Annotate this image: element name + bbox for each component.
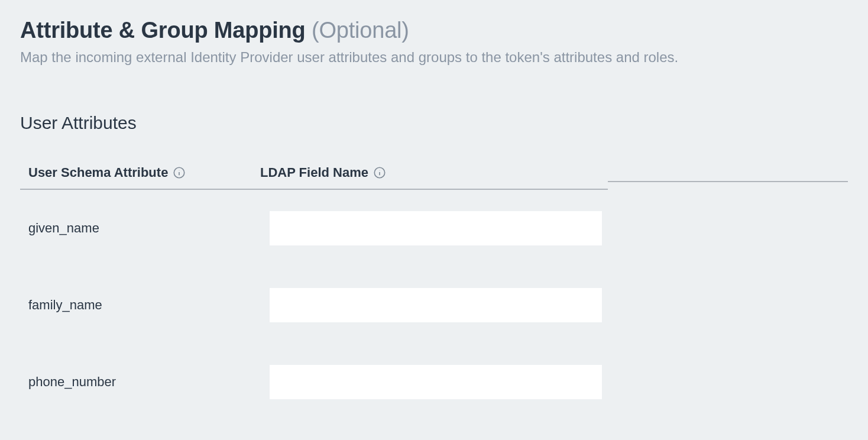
table-row: phone_number (20, 344, 848, 420)
user-attributes-table: User Schema Attribute LDAP Field Name (20, 160, 848, 420)
svg-point-5 (380, 170, 380, 171)
empty-cell (608, 190, 848, 267)
column-header-user-schema-attribute: User Schema Attribute (20, 160, 252, 190)
ldap-field-cell (252, 267, 608, 344)
empty-cell (608, 344, 848, 420)
table-header-row: User Schema Attribute LDAP Field Name (20, 160, 848, 190)
page-subtitle: Map the incoming external Identity Provi… (20, 48, 848, 67)
empty-cell (608, 267, 848, 344)
ldap-field-input-given-name[interactable] (270, 211, 602, 245)
column-header-user-schema-attribute-label: User Schema Attribute (28, 165, 168, 180)
schema-attribute-cell: phone_number (20, 344, 252, 420)
schema-attribute-cell: family_name (20, 267, 252, 344)
ldap-field-input-phone-number[interactable] (270, 365, 602, 399)
page-title-optional: (Optional) (312, 18, 409, 43)
page-title-main: Attribute & Group Mapping (20, 18, 306, 43)
column-header-ldap-field-name-label: LDAP Field Name (260, 165, 368, 180)
column-header-empty (608, 168, 848, 182)
svg-point-2 (179, 170, 180, 171)
schema-attribute-name: phone_number (28, 374, 116, 390)
column-header-ldap-field-name: LDAP Field Name (252, 160, 608, 190)
ldap-field-input-family-name[interactable] (270, 288, 602, 322)
ldap-field-cell (252, 344, 608, 420)
page-title: Attribute & Group Mapping (Optional) (20, 18, 848, 43)
info-icon[interactable] (173, 166, 186, 179)
schema-attribute-name: given_name (28, 221, 99, 236)
user-attributes-heading: User Attributes (20, 113, 848, 133)
attribute-group-mapping-panel: Attribute & Group Mapping (Optional) Map… (0, 0, 868, 420)
ldap-field-cell (252, 190, 608, 267)
table-row: given_name (20, 190, 848, 267)
schema-attribute-name: family_name (28, 297, 102, 313)
table-row: family_name (20, 267, 848, 344)
info-icon[interactable] (373, 166, 386, 179)
schema-attribute-cell: given_name (20, 190, 252, 267)
